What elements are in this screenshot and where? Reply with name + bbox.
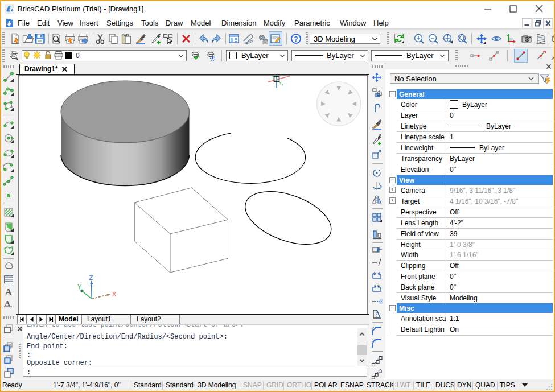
svg-text:A: A bbox=[5, 299, 10, 307]
svg-text:0: 0 bbox=[76, 52, 80, 60]
svg-text:Z: Z bbox=[89, 274, 93, 281]
svg-text:X: X bbox=[112, 291, 117, 298]
svg-text:?: ? bbox=[294, 35, 298, 43]
svg-text:A: A bbox=[5, 287, 13, 298]
svg-text:Y: Y bbox=[77, 283, 82, 290]
